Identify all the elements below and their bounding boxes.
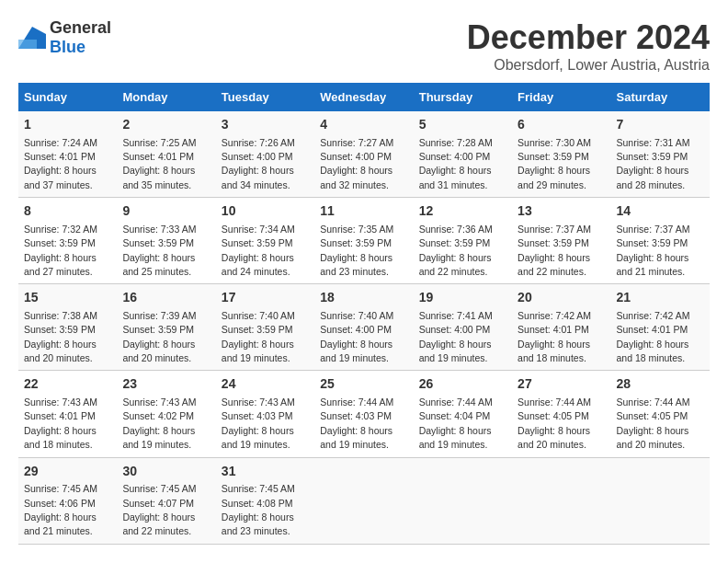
- day-cell-5: 5 Sunrise: 7:28 AM Sunset: 4:00 PM Dayli…: [414, 111, 512, 198]
- day-sunset: Sunset: 4:01 PM: [122, 151, 194, 162]
- day-sunrise: Sunrise: 7:44 AM: [518, 396, 591, 408]
- logo-text: General Blue: [50, 18, 111, 57]
- header-wednesday: Wednesday: [314, 83, 413, 111]
- day-sunset: Sunset: 3:59 PM: [24, 237, 96, 248]
- day-daylight: Daylight: 8 hours and 23 minutes.: [222, 511, 294, 536]
- day-sunrise: Sunrise: 7:26 AM: [222, 137, 295, 148]
- day-cell-21: 21 Sunrise: 7:42 AM Sunset: 4:01 PM Dayl…: [611, 284, 710, 371]
- day-sunset: Sunset: 4:00 PM: [419, 324, 491, 335]
- day-number: 13: [518, 202, 605, 221]
- day-sunset: Sunset: 3:59 PM: [617, 237, 688, 248]
- day-number: 29: [24, 463, 111, 481]
- day-number: 3: [222, 116, 309, 134]
- day-number: 30: [122, 463, 210, 481]
- day-number: 11: [320, 202, 407, 221]
- day-daylight: Daylight: 8 hours and 19 minutes.: [419, 339, 492, 363]
- day-cell-24: 24 Sunrise: 7:43 AM Sunset: 4:03 PM Dayl…: [216, 371, 314, 457]
- day-cell-17: 17 Sunrise: 7:40 AM Sunset: 3:59 PM Dayl…: [216, 284, 314, 371]
- day-daylight: Daylight: 8 hours and 23 minutes.: [320, 252, 392, 277]
- location-title: Obersdorf, Lower Austria, Austria: [467, 57, 710, 74]
- day-daylight: Daylight: 8 hours and 18 minutes.: [24, 425, 97, 450]
- day-sunrise: Sunrise: 7:41 AM: [419, 310, 493, 321]
- day-number: 16: [122, 289, 210, 307]
- day-sunrise: Sunrise: 7:38 AM: [24, 310, 97, 321]
- day-number: 18: [320, 289, 407, 307]
- day-sunrise: Sunrise: 7:43 AM: [122, 396, 196, 408]
- day-sunrise: Sunrise: 7:36 AM: [419, 224, 493, 235]
- day-sunrise: Sunrise: 7:24 AM: [24, 137, 97, 148]
- day-daylight: Daylight: 8 hours and 22 minutes.: [122, 511, 195, 536]
- day-number: 22: [24, 375, 111, 394]
- day-sunset: Sunset: 4:04 PM: [419, 410, 491, 421]
- week-row-4: 22 Sunrise: 7:43 AM Sunset: 4:01 PM Dayl…: [18, 371, 710, 457]
- day-daylight: Daylight: 8 hours and 18 minutes.: [518, 339, 590, 363]
- day-cell-4: 4 Sunrise: 7:27 AM Sunset: 4:00 PM Dayli…: [314, 111, 413, 198]
- day-sunrise: Sunrise: 7:27 AM: [320, 137, 393, 148]
- day-sunrise: Sunrise: 7:31 AM: [617, 137, 690, 148]
- day-number: 17: [222, 289, 309, 307]
- day-sunset: Sunset: 3:59 PM: [24, 324, 96, 335]
- day-cell-31: 31 Sunrise: 7:45 AM Sunset: 4:08 PM Dayl…: [216, 457, 314, 544]
- day-number: 12: [419, 202, 506, 221]
- day-sunset: Sunset: 3:59 PM: [518, 151, 589, 162]
- week-row-3: 15 Sunrise: 7:38 AM Sunset: 3:59 PM Dayl…: [18, 284, 710, 371]
- day-daylight: Daylight: 8 hours and 21 minutes.: [617, 252, 689, 277]
- day-sunrise: Sunrise: 7:33 AM: [122, 224, 196, 235]
- day-cell-6: 6 Sunrise: 7:30 AM Sunset: 3:59 PM Dayli…: [512, 111, 610, 198]
- day-number: 23: [122, 375, 210, 394]
- day-daylight: Daylight: 8 hours and 19 minutes.: [222, 339, 294, 363]
- day-daylight: Daylight: 8 hours and 19 minutes.: [320, 425, 392, 450]
- logo-blue: Blue: [50, 38, 85, 56]
- header-tuesday: Tuesday: [216, 83, 314, 111]
- empty-cell: [512, 457, 610, 544]
- day-daylight: Daylight: 8 hours and 19 minutes.: [320, 339, 392, 363]
- day-daylight: Daylight: 8 hours and 21 minutes.: [24, 511, 97, 536]
- empty-cell: [611, 457, 710, 544]
- day-sunrise: Sunrise: 7:30 AM: [518, 137, 591, 148]
- logo-general: General: [50, 18, 111, 37]
- day-sunrise: Sunrise: 7:37 AM: [518, 224, 591, 235]
- week-row-2: 8 Sunrise: 7:32 AM Sunset: 3:59 PM Dayli…: [18, 198, 710, 284]
- day-cell-15: 15 Sunrise: 7:38 AM Sunset: 3:59 PM Dayl…: [18, 284, 117, 371]
- header: General Blue December 2024 Obersdorf, Lo…: [18, 18, 710, 74]
- day-cell-20: 20 Sunrise: 7:42 AM Sunset: 4:01 PM Dayl…: [512, 284, 610, 371]
- day-sunrise: Sunrise: 7:37 AM: [617, 224, 690, 235]
- day-cell-10: 10 Sunrise: 7:34 AM Sunset: 3:59 PM Dayl…: [216, 198, 314, 284]
- day-daylight: Daylight: 8 hours and 22 minutes.: [518, 252, 590, 277]
- day-number: 9: [122, 202, 210, 221]
- day-cell-3: 3 Sunrise: 7:26 AM Sunset: 4:00 PM Dayli…: [216, 111, 314, 198]
- day-sunrise: Sunrise: 7:39 AM: [122, 310, 196, 321]
- day-number: 20: [518, 289, 605, 307]
- day-daylight: Daylight: 8 hours and 28 minutes.: [617, 165, 689, 190]
- day-daylight: Daylight: 8 hours and 29 minutes.: [518, 165, 590, 190]
- day-daylight: Daylight: 8 hours and 31 minutes.: [419, 165, 492, 190]
- day-sunrise: Sunrise: 7:42 AM: [617, 310, 690, 321]
- day-daylight: Daylight: 8 hours and 19 minutes.: [419, 425, 492, 450]
- day-sunset: Sunset: 4:01 PM: [24, 151, 96, 162]
- day-cell-22: 22 Sunrise: 7:43 AM Sunset: 4:01 PM Dayl…: [18, 371, 117, 457]
- header-saturday: Saturday: [611, 83, 710, 111]
- day-number: 1: [24, 116, 111, 134]
- header-sunday: Sunday: [18, 83, 117, 111]
- day-daylight: Daylight: 8 hours and 20 minutes.: [617, 425, 689, 450]
- title-area: December 2024 Obersdorf, Lower Austria, …: [467, 18, 710, 74]
- day-cell-7: 7 Sunrise: 7:31 AM Sunset: 3:59 PM Dayli…: [611, 111, 710, 198]
- day-cell-12: 12 Sunrise: 7:36 AM Sunset: 3:59 PM Dayl…: [414, 198, 512, 284]
- day-cell-26: 26 Sunrise: 7:44 AM Sunset: 4:04 PM Dayl…: [414, 371, 512, 457]
- day-sunset: Sunset: 4:05 PM: [518, 410, 589, 421]
- day-number: 6: [518, 116, 605, 134]
- day-daylight: Daylight: 8 hours and 20 minutes.: [518, 425, 590, 450]
- day-sunset: Sunset: 4:01 PM: [518, 324, 589, 335]
- day-sunset: Sunset: 4:01 PM: [617, 324, 688, 335]
- day-sunrise: Sunrise: 7:35 AM: [320, 224, 393, 235]
- logo-icon: [18, 27, 46, 49]
- day-number: 24: [222, 375, 309, 394]
- day-sunset: Sunset: 4:05 PM: [617, 410, 688, 421]
- day-daylight: Daylight: 8 hours and 19 minutes.: [222, 425, 294, 450]
- day-number: 21: [617, 289, 704, 307]
- day-sunrise: Sunrise: 7:40 AM: [320, 310, 393, 321]
- day-sunrise: Sunrise: 7:45 AM: [222, 483, 295, 494]
- day-cell-18: 18 Sunrise: 7:40 AM Sunset: 4:00 PM Dayl…: [314, 284, 413, 371]
- day-number: 26: [419, 375, 506, 394]
- day-sunset: Sunset: 3:59 PM: [122, 324, 194, 335]
